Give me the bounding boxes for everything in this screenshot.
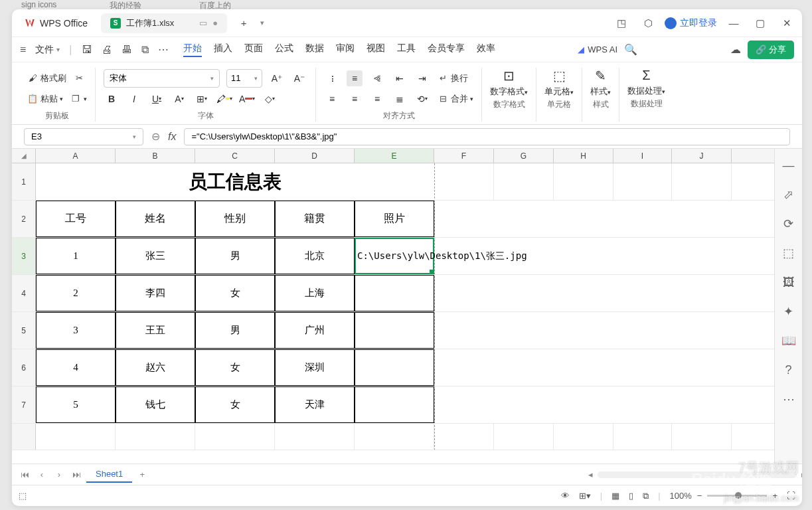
cut-button[interactable]: ✂ bbox=[73, 72, 85, 84]
search-icon[interactable]: 🔍 bbox=[624, 43, 637, 56]
row-2[interactable]: 2 工号 姓名 性别 籍贯 照片 bbox=[12, 201, 774, 238]
data-cell[interactable] bbox=[355, 275, 434, 311]
merge-button[interactable]: ⊟合并▾ bbox=[437, 93, 473, 105]
preview-icon[interactable]: ⧉ bbox=[141, 44, 149, 56]
header-cell[interactable]: 性别 bbox=[195, 201, 275, 237]
tab-insert[interactable]: 插入 bbox=[214, 42, 232, 57]
add-sheet-button[interactable]: + bbox=[135, 468, 149, 482]
data-cell[interactable]: 女 bbox=[195, 386, 275, 423]
row-header-7[interactable]: 7 bbox=[12, 386, 36, 423]
align-center[interactable]: ≡ bbox=[347, 91, 363, 107]
col-header-b[interactable]: B bbox=[116, 149, 195, 163]
prev-sheet-button[interactable]: ‹ bbox=[35, 468, 49, 482]
align-justify[interactable]: ≣ bbox=[392, 91, 408, 107]
data-cell[interactable]: 男 bbox=[195, 312, 275, 349]
align-bottom[interactable]: ⫷ bbox=[369, 70, 385, 86]
spreadsheet-grid[interactable]: ◢ A B C D E F G H I J 1 员工信息表 bbox=[12, 149, 774, 464]
selected-cell[interactable]: C:\Users\ylw\Desktop\1\张三.jpg bbox=[355, 238, 434, 274]
italic-button[interactable]: I bbox=[126, 91, 142, 107]
col-header-f[interactable]: F bbox=[434, 149, 494, 163]
app-button[interactable]: WPS Office bbox=[17, 15, 94, 32]
row-1[interactable]: 1 员工信息表 bbox=[12, 163, 774, 201]
row-7[interactable]: 7 5 钱七 女 天津 bbox=[12, 386, 774, 424]
cancel-formula-icon[interactable]: ⊖ bbox=[151, 130, 160, 143]
tab-page[interactable]: 页面 bbox=[244, 42, 263, 57]
row-header-4[interactable]: 4 bbox=[12, 275, 36, 311]
fullscreen-icon[interactable]: ⛶ bbox=[787, 491, 795, 501]
fx-label[interactable]: fx bbox=[168, 131, 176, 143]
tab-data[interactable]: 数据 bbox=[305, 42, 324, 57]
shrink-font[interactable]: A⁻ bbox=[291, 70, 307, 86]
data-cell[interactable]: 女 bbox=[195, 349, 275, 386]
align-middle[interactable]: ≡ bbox=[347, 70, 363, 86]
row-3[interactable]: 3 1 张三 男 北京 C:\Users\ylw\Desktop\1\张三.jp… bbox=[12, 238, 774, 275]
tools-icon[interactable]: ✦ bbox=[781, 304, 796, 319]
align-right[interactable]: ≡ bbox=[369, 91, 385, 107]
zoom-out[interactable]: − bbox=[697, 491, 702, 501]
row-6[interactable]: 6 4 赵六 女 深圳 bbox=[12, 349, 774, 386]
zoom-in[interactable]: + bbox=[772, 491, 777, 501]
data-cell[interactable]: 李四 bbox=[116, 275, 195, 311]
box-icon[interactable]: ⬡ bbox=[638, 13, 658, 33]
first-sheet-button[interactable]: ⏮ bbox=[17, 468, 32, 482]
eye-icon[interactable]: 👁 bbox=[561, 491, 570, 501]
minimize-button[interactable]: ― bbox=[724, 13, 744, 33]
close-button[interactable]: ✕ bbox=[777, 13, 797, 33]
format-painter[interactable]: 🖌格式刷 bbox=[27, 72, 66, 84]
help-icon[interactable]: ? bbox=[781, 363, 796, 377]
print-icon[interactable]: 🖶 bbox=[122, 44, 132, 56]
border-button[interactable]: ⊞▾ bbox=[194, 91, 210, 107]
tab-efficiency[interactable]: 效率 bbox=[477, 42, 495, 57]
col-header-e[interactable]: E bbox=[355, 149, 434, 163]
cell-format[interactable]: ⬚ 单元格▾ bbox=[544, 68, 574, 98]
data-cell[interactable]: 2 bbox=[36, 275, 116, 311]
view-break[interactable]: ⧉ bbox=[643, 491, 649, 501]
header-cell[interactable]: 照片 bbox=[355, 201, 434, 237]
header-cell[interactable]: 工号 bbox=[36, 201, 116, 237]
data-cell[interactable]: 广州 bbox=[275, 312, 355, 349]
data-cell[interactable] bbox=[355, 349, 434, 386]
paste-button[interactable]: 📋粘贴▾ bbox=[27, 93, 63, 105]
indent-inc[interactable]: ⇥ bbox=[414, 70, 430, 86]
row-header-5[interactable]: 5 bbox=[12, 312, 36, 349]
col-header-a[interactable]: A bbox=[36, 149, 116, 163]
col-header-i[interactable]: I bbox=[613, 149, 672, 163]
font-size-select[interactable]: 11▾ bbox=[226, 69, 262, 88]
col-header-j[interactable]: J bbox=[672, 149, 732, 163]
data-cell[interactable]: 4 bbox=[36, 349, 116, 386]
row-header-1[interactable]: 1 bbox=[12, 163, 36, 200]
data-cell[interactable]: 王五 bbox=[116, 312, 195, 349]
save-icon[interactable]: 🖫 bbox=[82, 44, 92, 56]
fill-handle[interactable] bbox=[430, 270, 434, 274]
hamburger-icon[interactable]: ≡ bbox=[20, 44, 26, 56]
col-header-d[interactable]: D bbox=[275, 149, 355, 163]
tab-close-icon[interactable]: ● bbox=[212, 18, 218, 28]
sheet-tab[interactable]: Sheet1 bbox=[86, 466, 132, 483]
data-cell[interactable]: 1 bbox=[36, 238, 116, 274]
select-all-corner[interactable]: ◢ bbox=[12, 149, 36, 163]
status-icon[interactable]: ⬚ bbox=[19, 491, 27, 501]
grid-icon[interactable]: ⊞▾ bbox=[579, 491, 591, 501]
export-icon[interactable]: 🖨 bbox=[102, 44, 112, 56]
data-cell[interactable]: 钱七 bbox=[116, 386, 195, 423]
underline-button[interactable]: U▾ bbox=[149, 91, 165, 107]
file-menu[interactable]: 文件▾ bbox=[35, 44, 60, 56]
font-name-select[interactable]: 宋体▾ bbox=[104, 69, 220, 88]
font-color2[interactable]: A▾ bbox=[171, 91, 187, 107]
col-header-h[interactable]: H bbox=[554, 149, 613, 163]
data-cell[interactable]: 张三 bbox=[116, 238, 195, 274]
cloud-icon[interactable]: ☁ bbox=[730, 43, 741, 56]
settings-icon[interactable]: ⟳ bbox=[781, 216, 796, 231]
highlight-button[interactable]: 🖍▾ bbox=[216, 91, 232, 107]
last-sheet-button[interactable]: ⏭ bbox=[69, 468, 84, 482]
collapse-icon[interactable]: ― bbox=[781, 158, 796, 173]
wrap-text[interactable]: ↵换行 bbox=[437, 72, 468, 84]
bold-button[interactable]: B bbox=[104, 91, 120, 107]
data-cell[interactable]: 女 bbox=[195, 275, 275, 311]
row-header-8[interactable] bbox=[12, 424, 36, 450]
title-cell[interactable]: 员工信息表 bbox=[36, 163, 434, 200]
tab-formula[interactable]: 公式 bbox=[275, 42, 293, 57]
tab-review[interactable]: 审阅 bbox=[336, 42, 355, 57]
view-normal[interactable]: ▦ bbox=[611, 491, 619, 501]
row-header-2[interactable]: 2 bbox=[12, 201, 36, 237]
